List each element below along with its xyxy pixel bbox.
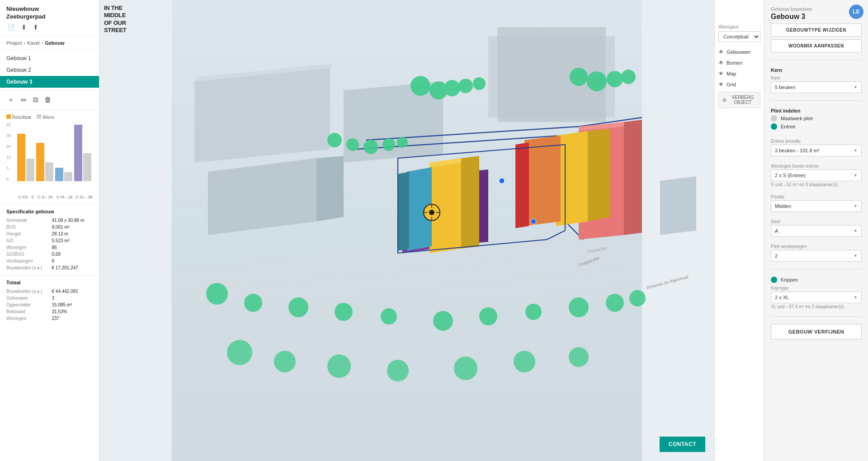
add-button[interactable]: ＋	[6, 94, 15, 106]
totaal-section: Totaal Bouwkosten (v.a.) € 44.442.091 Ge…	[0, 275, 99, 325]
svg-marker-71	[208, 158, 316, 235]
deel-dropdown[interactable]: A ▼	[771, 225, 862, 237]
label-gebouwen: Gebouwen	[6, 296, 47, 301]
label-verdiepingen: Verdiepingen	[6, 259, 47, 263]
value-hoogte: 28.13 m	[52, 231, 93, 236]
eye-bomen-icon: 👁	[718, 60, 724, 66]
svg-point-27	[382, 138, 395, 151]
building-item-2[interactable]: Gebouw 2	[0, 64, 99, 76]
svg-point-21	[587, 71, 607, 91]
deel-section: Deel A ▼	[771, 216, 862, 237]
bar-cs-result	[36, 143, 44, 181]
svg-point-28	[397, 137, 408, 148]
value-oppervlakte: 15.085 m²	[52, 302, 93, 307]
building-item-3[interactable]: Gebouw 3	[0, 76, 99, 88]
breadcrumb-project[interactable]: Project	[6, 40, 22, 46]
bar-group-cxl	[74, 125, 91, 181]
kop-type-value: 2 x XL	[775, 295, 789, 300]
refine-button[interactable]: GEBOUW VERFIJNEN	[771, 324, 862, 339]
plint-verdiepingen-chevron-icon: ▼	[854, 254, 858, 258]
weergave-gebouwen-label: Gebouwen	[726, 49, 750, 55]
svg-point-25	[346, 138, 359, 151]
woningen-boven-label: Woningen boven entree	[771, 164, 862, 169]
weergave-map[interactable]: 👁 Map	[718, 68, 760, 79]
weergave-grid[interactable]: 👁 Grid	[718, 79, 760, 90]
weergave-select[interactable]: Conceptual	[718, 31, 760, 42]
value-gobvo: 0.69	[52, 252, 93, 257]
value-go: 5.523 m²	[52, 238, 93, 243]
breadcrumb-kavel[interactable]: Kavel	[27, 40, 40, 46]
entree-breedte-label: Entree breedte	[771, 139, 862, 144]
svg-point-32	[335, 303, 353, 321]
plint-title: Plint indelen	[771, 108, 862, 113]
svg-marker-48	[624, 120, 642, 235]
svg-marker-53	[515, 142, 529, 228]
svg-point-37	[569, 297, 589, 317]
gebouw-panel: Gebouw bewerken Gebouw 3 GEBOUWTYPE WIJZ…	[764, 0, 868, 461]
bar-cm-wens	[64, 172, 72, 181]
svg-marker-12	[194, 68, 330, 163]
kop-type-dropdown[interactable]: 2 x XL ▼	[771, 292, 862, 303]
breadcrumb-gebouw[interactable]: Gebouw	[45, 40, 64, 46]
icon-file[interactable]: 📄	[6, 23, 16, 32]
svg-point-34	[433, 311, 453, 331]
weergave-bomen[interactable]: 👁 Bomen	[718, 57, 760, 68]
plint-verdiepingen-dropdown[interactable]: 2 ▼	[771, 250, 862, 262]
svg-point-18	[458, 79, 473, 93]
weergave-gebouwen[interactable]: 👁 Gebouwen	[718, 47, 760, 57]
weergave-map-label: Map	[726, 71, 736, 76]
positie-value: Midden	[775, 203, 791, 209]
gebouwtype-button[interactable]: GEBOUWTYPE WIJZIGEN	[771, 24, 862, 37]
bar-cxl-result	[74, 125, 82, 181]
center-viewport[interactable]: IN THEMIDDLEOF OURSTREET	[99, 0, 714, 461]
svg-point-29	[206, 283, 228, 305]
entree-breedte-value: 3 beuken - 101.8 m²	[775, 148, 819, 153]
svg-marker-52	[524, 136, 561, 226]
svg-point-41	[274, 351, 296, 372]
entree-breedte-dropdown[interactable]: 3 beuken - 101.8 m² ▼	[771, 145, 862, 156]
maatwerk-label: Maatwerk plint	[781, 116, 813, 121]
label-grondvlak: Grondvlak	[6, 218, 47, 223]
kern-label: Kern	[771, 75, 862, 80]
bar-cxl-wens	[83, 153, 91, 181]
x-label-cs: C-S - 32	[37, 195, 54, 199]
eye-map-icon: 👁	[718, 71, 724, 77]
kern-dropdown[interactable]: 5 beuken ▼	[771, 81, 862, 93]
3d-scene: Cruijslandse Johannes de Rijkestraat Cru…	[99, 0, 714, 461]
entree-row[interactable]: Entree	[771, 123, 862, 130]
maatwerk-row[interactable]: Maatwerk plint	[771, 115, 862, 122]
woonmix-button[interactable]: WOONMIX AANPASSEN	[771, 39, 862, 52]
icon-download[interactable]: ⬇	[20, 23, 28, 32]
entree-breedte-section: Entree breedte 3 beuken - 101.8 m² ▼	[771, 136, 862, 156]
svg-marker-72	[316, 156, 344, 221]
value-woningen-totaal: 237	[52, 316, 93, 321]
building-list: Gebouw 1 Gebouw 2 Gebouw 3	[0, 50, 99, 90]
building-item-1[interactable]: Gebouw 1	[0, 52, 99, 64]
value-verdiepingen: 9	[52, 259, 93, 263]
deel-value: A	[775, 228, 778, 234]
copy-button[interactable]: ⧉	[32, 94, 39, 106]
value-bvo: 8.001 m²	[52, 225, 93, 230]
maatwerk-toggle	[771, 115, 777, 122]
spec-section: Specificatie gebouw Grondvlak 41.08 x 30…	[0, 204, 99, 275]
svg-point-17	[444, 80, 460, 96]
left-sidebar: NieuwbouwZeeburgerpad 📄 ⬇ ⬆ Project › Ka…	[0, 0, 99, 461]
koppen-row[interactable]: Koppen	[771, 277, 862, 283]
contact-button[interactable]: CONTACT	[660, 437, 705, 452]
koppen-label: Koppen	[781, 277, 798, 282]
value-gebouwen: 3	[52, 296, 93, 301]
delete-button[interactable]: 🗑	[43, 94, 52, 106]
hide-object-button[interactable]: ⊘ VERBERG OBJECT	[718, 92, 760, 108]
positie-dropdown[interactable]: Midden ▼	[771, 200, 862, 212]
icon-share[interactable]: ⬆	[32, 23, 39, 32]
kop-type-sub: XL unit - 97.4 m² en 3 slaapkamer(s)	[771, 304, 862, 309]
edit-button[interactable]: ✏	[20, 94, 28, 106]
koppen-section: Koppen Kop type 2 x XL ▼ XL unit - 97.4 …	[771, 277, 862, 309]
woningen-boven-dropdown[interactable]: 2 x S (Entree) ▼	[771, 169, 862, 181]
woningen-boven-section: Woningen boven entree 2 x S (Entree) ▼ S…	[771, 161, 862, 187]
bar-chart: 4535251550	[6, 122, 93, 195]
label-bk-totaal: Bouwkosten (v.a.)	[6, 289, 47, 294]
svg-point-69	[531, 219, 536, 224]
plint-verdiepingen-label: Plint verdiepingen	[771, 244, 862, 249]
kern-section-title: Kern	[771, 67, 862, 73]
